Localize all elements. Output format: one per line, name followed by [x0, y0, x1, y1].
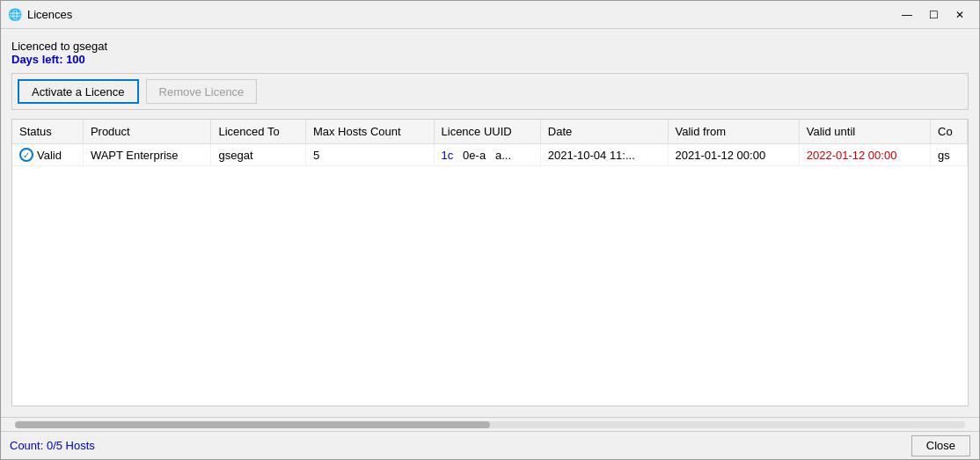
col-licence-uuid: Licence UUID — [434, 120, 540, 144]
days-left-value: 100 — [66, 53, 85, 66]
status-text: Valid — [37, 149, 62, 162]
toolbar: Activate a Licence Remove Licence — [11, 73, 969, 110]
licences-table: Status Product Licenced To Max Hosts Cou… — [12, 120, 968, 166]
remove-licence-button[interactable]: Remove Licence — [146, 79, 258, 104]
cell-valid-from: 2021-01-12 00:00 — [668, 144, 799, 166]
cell-max-hosts-count: 5 — [305, 144, 434, 166]
col-product: Product — [83, 120, 211, 144]
activate-licence-button[interactable]: Activate a Licence — [18, 79, 139, 104]
col-status: Status — [12, 120, 83, 144]
horizontal-scrollbar[interactable] — [1, 417, 979, 431]
col-valid-from: Valid from — [668, 120, 799, 144]
table-header-row: Status Product Licenced To Max Hosts Cou… — [12, 120, 968, 144]
uuid-part-2: 0e-a — [463, 149, 486, 162]
close-button[interactable]: Close — [911, 435, 970, 456]
uuid-part-1: 1c — [442, 149, 454, 162]
col-valid-until: Valid until — [799, 120, 930, 144]
valid-icon: ✓ — [19, 148, 33, 162]
window-icon: 🌐 — [8, 8, 22, 22]
days-left-text: Days left: 100 — [11, 53, 969, 66]
days-left-prefix: Days left: — [11, 53, 66, 66]
col-date: Date — [540, 120, 668, 144]
cell-date: 2021-10-04 11:... — [540, 144, 668, 166]
minimize-button[interactable]: — — [895, 5, 919, 25]
cell-licensed-to: gsegat — [211, 144, 305, 166]
footer: Count: 0/5 Hosts Close — [1, 431, 979, 459]
count-prefix: Count: — [10, 439, 47, 452]
close-window-button[interactable]: ✕ — [947, 5, 972, 25]
scrollbar-thumb[interactable] — [15, 421, 490, 428]
licence-info: Licenced to gsegat Days left: 100 — [11, 40, 969, 66]
window-title: Licences — [27, 8, 895, 21]
maximize-button[interactable]: ☐ — [921, 5, 946, 25]
cell-co: gs — [931, 144, 968, 166]
col-co: Co — [931, 120, 968, 144]
window-controls: — ☐ ✕ — [895, 5, 972, 25]
licences-window: 🌐 Licences — ☐ ✕ Licenced to gsegat Days… — [0, 0, 980, 460]
title-bar: 🌐 Licences — ☐ ✕ — [1, 1, 979, 29]
count-value: 0/5 — [47, 439, 62, 452]
table-row[interactable]: ✓ Valid WAPT Enterprise gsegat 5 1c 0e-a — [12, 144, 968, 166]
cell-product: WAPT Enterprise — [83, 144, 211, 166]
cell-valid-until: 2022-01-12 00:00 — [799, 144, 930, 166]
status-valid-indicator: ✓ Valid — [19, 148, 76, 162]
cell-licence-uuid: 1c 0e-a a... — [434, 144, 540, 166]
licences-table-container[interactable]: Status Product Licenced To Max Hosts Cou… — [11, 119, 969, 406]
count-text: Count: 0/5 Hosts — [10, 439, 95, 452]
col-max-hosts-count: Max Hosts Count — [305, 120, 434, 144]
content-area: Licenced to gsegat Days left: 100 Activa… — [1, 29, 979, 417]
uuid-part-3: a... — [495, 149, 511, 162]
col-licensed-to: Licenced To — [211, 120, 305, 144]
licensed-to-text: Licenced to gsegat — [11, 40, 969, 53]
cell-status: ✓ Valid — [12, 144, 83, 166]
scrollbar-track — [15, 421, 965, 428]
count-suffix: Hosts — [62, 439, 95, 452]
